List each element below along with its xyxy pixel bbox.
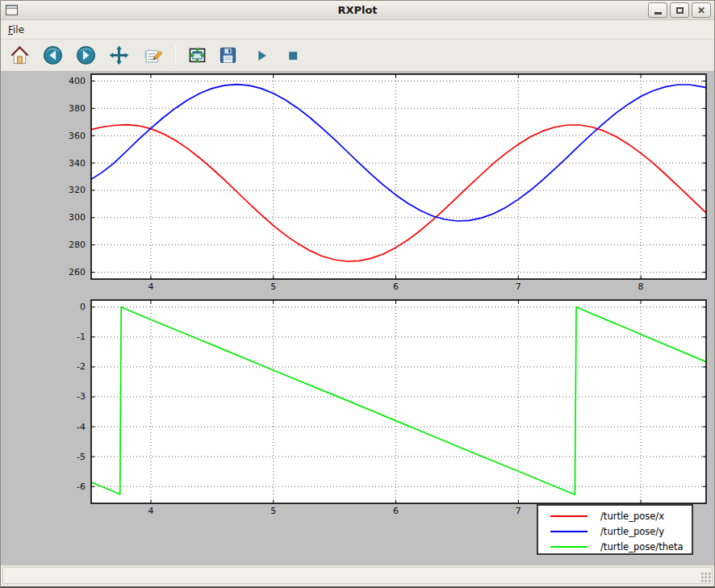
x-tick-label: 4 [148, 506, 153, 516]
subplots-button[interactable] [186, 44, 209, 68]
x-tick-label: 4 [148, 281, 153, 292]
close-button[interactable]: ✕ [692, 2, 711, 18]
y-tick-label: -1 [77, 332, 86, 342]
titlebar[interactable]: RXPlot ✕ [1, 1, 714, 20]
menu-file[interactable]: File [1, 22, 31, 38]
y-tick-label: -6 [77, 482, 86, 492]
y-tick-label: 400 [69, 76, 86, 86]
x-tick-label: 8 [638, 281, 644, 292]
menubar: File [1, 20, 714, 40]
x-tick-label: 6 [393, 281, 399, 292]
y-tick-label: 280 [69, 240, 86, 250]
customize-button[interactable] [140, 44, 164, 68]
save-button[interactable] [216, 44, 240, 68]
customize-edit-icon [141, 44, 163, 66]
x-tick-label: 5 [270, 506, 276, 516]
configure-subplots-icon [186, 44, 208, 66]
legend-label: /turtle_pose/theta [600, 541, 684, 553]
axes-background-0 [91, 74, 706, 279]
stop-button[interactable] [283, 44, 303, 68]
y-tick-label: 380 [69, 103, 86, 114]
legend-label: /turtle_pose/x [600, 511, 664, 522]
y-tick-label: 340 [69, 158, 86, 169]
x-tick-label: 5 [270, 281, 276, 292]
home-icon [9, 44, 31, 66]
maximize-button[interactable] [670, 2, 689, 18]
window-icon [6, 5, 18, 15]
figure-canvas[interactable]: 45678260280300320340360380400456780-1-2-… [1, 72, 714, 565]
resize-grip[interactable] [700, 572, 711, 582]
y-tick-label: 360 [69, 131, 86, 141]
x-tick-label: 6 [393, 506, 399, 516]
home-button[interactable] [8, 44, 31, 68]
toolbar [1, 40, 714, 72]
play-icon [253, 47, 270, 65]
rxplot-window: RXPlot ✕ File [0, 0, 715, 588]
y-tick-label: -3 [77, 391, 86, 402]
axes-background-1 [91, 300, 706, 503]
pan-button[interactable] [107, 44, 131, 68]
stop-icon [284, 47, 302, 65]
y-tick-label: 300 [69, 212, 86, 223]
close-icon: ✕ [697, 6, 705, 15]
x-tick-label: 7 [516, 281, 521, 292]
back-button[interactable] [41, 44, 65, 68]
statusbar [1, 565, 714, 586]
status-panel [2, 567, 713, 584]
y-tick-label: -2 [77, 361, 86, 372]
play-button[interactable] [252, 44, 271, 68]
window-title: RXPlot [1, 4, 714, 16]
y-tick-label: 0 [80, 302, 86, 312]
forward-icon [75, 44, 97, 66]
y-tick-label: 320 [69, 185, 86, 195]
minimize-icon [654, 12, 662, 15]
forward-button[interactable] [74, 44, 98, 68]
y-tick-label: -4 [77, 422, 86, 432]
maximize-icon [676, 7, 684, 14]
toolbar-separator [175, 44, 176, 66]
y-tick-label: 260 [69, 267, 86, 277]
plot-svg: 45678260280300320340360380400456780-1-2-… [1, 72, 714, 565]
legend-label: /turtle_pose/y [600, 526, 664, 537]
save-floppy-icon [217, 44, 239, 66]
pan-move-icon [108, 44, 130, 66]
y-tick-label: -5 [77, 452, 86, 462]
back-icon [42, 44, 64, 66]
minimize-button[interactable] [648, 2, 667, 18]
x-tick-label: 7 [516, 506, 521, 516]
